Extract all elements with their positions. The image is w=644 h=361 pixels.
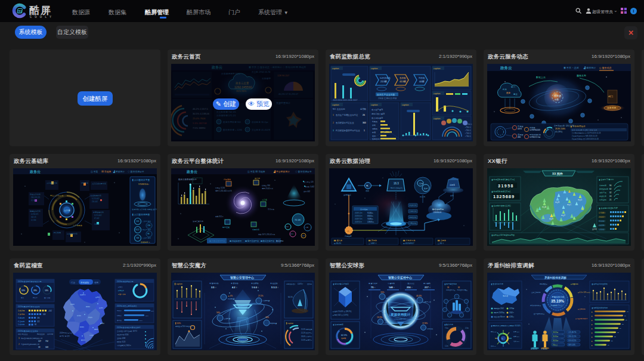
svg-text:▍人口数据共享量: ▍人口数据共享量 xyxy=(132,178,150,181)
svg-text:信用信息: 信用信息 xyxy=(252,229,259,231)
svg-text:人口基础信息: 人口基础信息 xyxy=(47,182,57,184)
svg-text:12% 38.7%: 12% 38.7% xyxy=(568,331,577,334)
svg-text:3122: 3122 xyxy=(135,229,140,231)
svg-text:▦ 基础库: ▦ 基础库 xyxy=(101,170,111,173)
svg-text:三沙市: 三沙市 xyxy=(592,228,597,230)
svg-text:1: 1 xyxy=(18,337,20,340)
svg-text:◳ 首页 ▦ 基础库: ◳ 首页 ▦ 基础库 xyxy=(247,170,265,173)
svg-text:36-50岁: 36-50岁 xyxy=(553,340,559,342)
svg-text:122: 122 xyxy=(37,320,40,323)
svg-text:9709874元↑: 9709874元↑ xyxy=(138,183,150,186)
svg-text:市县A: 市县A xyxy=(542,206,546,208)
svg-text:70286条: 70286条 xyxy=(367,218,373,220)
svg-text:药品类: 药品类 xyxy=(33,297,38,299)
svg-text:▍感知设备运行状态: ▍感知设备运行状态 xyxy=(333,283,349,285)
svg-text:成果库: 成果库 xyxy=(450,184,455,186)
svg-text:调解组织 2342: 调解组织 2342 xyxy=(494,307,504,310)
svg-text:128456,00: 128456,00 xyxy=(433,211,442,214)
svg-text:▍调解组织排名情况: ▍调解组织排名情况 xyxy=(592,307,608,309)
svg-text:归集 207.1,231,02万条: 归集 207.1,231,02万条 xyxy=(258,233,275,236)
svg-text:▮: ▮ xyxy=(592,341,592,343)
svg-text:白酒: 白酒 xyxy=(372,131,376,134)
svg-text:96: 96 xyxy=(609,184,612,187)
svg-text:事业: 事业 xyxy=(513,93,518,95)
svg-text:药品数: 药品数 xyxy=(419,77,425,79)
svg-text:▮: ▮ xyxy=(592,320,592,322)
svg-text:政务云: 政务云 xyxy=(500,66,512,70)
svg-text:126: 126 xyxy=(136,220,140,223)
svg-text:63024条: 63024条 xyxy=(367,215,373,217)
svg-text:23% 12.2%: 23% 12.2% xyxy=(568,335,577,338)
svg-text:3 政务云存储扩容 2,458 2019-: 3 政务云存储扩容 2,458 2019-10-18 xyxy=(572,138,599,140)
svg-text:资源使用统计: 资源使用统计 xyxy=(391,313,411,317)
svg-text:业务系统: 业务系统 xyxy=(607,106,616,109)
svg-text:▮: ▮ xyxy=(592,328,592,330)
svg-text:+342: +342 xyxy=(48,310,52,312)
svg-text:● 药品类: ● 药品类 xyxy=(118,289,124,292)
svg-text:稽查案件数 8234: 稽查案件数 8234 xyxy=(117,334,129,336)
svg-text:98: 98 xyxy=(147,233,150,235)
svg-text:2019年稽查主要商品类比: 2019年稽查主要商品类比 xyxy=(117,305,137,307)
svg-text:1278221小时: 1278221小时 xyxy=(530,135,541,138)
svg-text:▮▮ 资源库: ▮▮ 资源库 xyxy=(369,239,377,242)
svg-text:测试区域724小时波动 ↗: 测试区域724小时波动 ↗ xyxy=(175,325,194,328)
svg-text:82: 82 xyxy=(609,188,612,190)
svg-text:● 医疗器械: ● 医疗器械 xyxy=(118,293,126,295)
svg-text:(已调解数 2万+): (已调解数 2万+) xyxy=(550,304,562,307)
svg-text:128035条: 128035条 xyxy=(367,221,374,223)
svg-text:62.3%: 62.3% xyxy=(341,334,348,337)
svg-text:政务云资源使用趋势: 政务云资源使用趋势 xyxy=(178,178,197,181)
svg-text:127: 127 xyxy=(38,340,41,343)
svg-text:汇聚量 934: 汇聚量 934 xyxy=(262,184,270,187)
svg-text:27.2%: 27.2% xyxy=(258,295,264,297)
svg-text:死亡数据: 死亡数据 xyxy=(54,232,61,234)
svg-text:31958: 31958 xyxy=(498,184,514,188)
svg-text:立案数 4398: 立案数 4398 xyxy=(117,337,126,340)
svg-text:市县F: 市县F xyxy=(561,214,565,217)
svg-text:15.3% 车辆卡口: 15.3% 车辆卡口 xyxy=(301,339,312,341)
svg-text:◈ 警情总数: ◈ 警情总数 xyxy=(209,282,219,285)
svg-text:☰ 数据交换平台: ☰ 数据交换平台 xyxy=(261,240,274,242)
svg-text:caption: caption xyxy=(371,104,378,106)
svg-text:婚姻家庭 ⚹: 婚姻家庭 ⚹ xyxy=(540,283,547,285)
svg-text:26: 26 xyxy=(363,114,365,116)
svg-text:▟ 整体统计: ▟ 整体统计 xyxy=(583,66,596,69)
svg-text:调解员 23476名: 调解员 23476名 xyxy=(494,311,505,314)
svg-text:91246条: 91246条 xyxy=(367,212,373,214)
svg-text:▤ 5492 个: ▤ 5492 个 xyxy=(369,242,377,245)
svg-text:1278784243: 1278784243 xyxy=(530,129,540,131)
svg-text:3 湘潭市: 3 湘潭市 xyxy=(18,317,25,319)
svg-text:行政审批: 行政审批 xyxy=(224,178,231,181)
svg-text:◇ 重点管控: ◇ 重点管控 xyxy=(405,282,414,285)
svg-text:损害赔偿纠纷 ⚹: 损害赔偿纠纷 ⚹ xyxy=(530,304,541,307)
svg-text:清洗: 清洗 xyxy=(419,183,423,185)
svg-text:人口库: 人口库 xyxy=(262,199,267,201)
svg-text:矛盾纠纷排查调解: 矛盾纠纷排查调解 xyxy=(544,276,566,280)
svg-text:▮: ▮ xyxy=(592,316,592,317)
svg-text:数据治理总量/亿: 数据治理总量/亿 xyxy=(391,187,403,189)
svg-text:21: 21 xyxy=(609,199,612,201)
svg-text:干果类: 干果类 xyxy=(117,310,122,312)
svg-text:5 常德市: 5 常德市 xyxy=(18,323,25,326)
svg-text:生产经营纠纷 ⚹: 生产经营纠纷 ⚹ xyxy=(534,313,544,315)
svg-text:2 政务云主机申请 948 2019-10: 2 政务云主机申请 948 2019-10-18 xyxy=(572,135,597,137)
svg-text:▮▮ 主题库: ▮▮ 主题库 xyxy=(438,239,447,242)
svg-text:484: 484 xyxy=(518,136,521,138)
svg-text:%: % xyxy=(501,338,503,340)
svg-text:2019年重点监管企业排名: 2019年重点监管企业排名 xyxy=(18,330,38,332)
svg-text:数据集 3,442: 数据集 3,442 xyxy=(305,186,315,188)
svg-text:部门: 部门 xyxy=(511,86,515,88)
svg-text:饮料: 饮料 xyxy=(371,124,376,126)
svg-text:◈ 案件数: ◈ 案件数 xyxy=(231,282,239,285)
svg-text:30%: 30% xyxy=(265,316,269,319)
svg-text:乳制品: 乳制品 xyxy=(371,121,377,123)
svg-text:18-25岁: 18-25岁 xyxy=(553,331,559,334)
svg-text:5 3.3 ↑: 5 3.3 ↑ xyxy=(271,286,278,289)
svg-text:🔍: 🔍 xyxy=(366,184,369,187)
svg-text:罚没金额(万) 2342万: 罚没金额(万) 2342万 xyxy=(117,344,131,347)
svg-text:益阳市: 益阳市 xyxy=(86,306,91,308)
svg-text:4238次: 4238次 xyxy=(509,316,515,318)
svg-text:148 ↑: 148 ↑ xyxy=(389,286,395,289)
svg-text:2019年全省市场监管抽查公司: 2019年全省市场监管抽查公司 xyxy=(18,280,42,283)
svg-text:4.2 ↑: 4.2 ↑ xyxy=(232,286,237,289)
